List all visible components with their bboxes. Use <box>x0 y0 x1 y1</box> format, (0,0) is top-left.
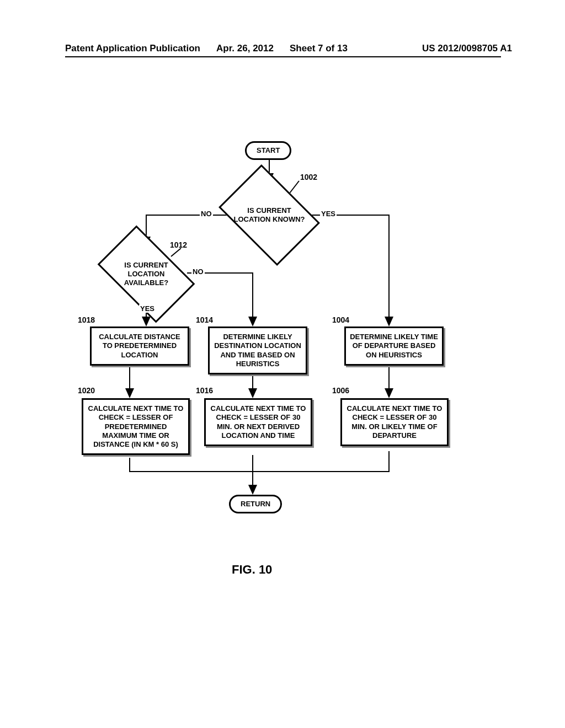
start-label: START <box>257 146 280 154</box>
edge-no-1002: NO <box>200 210 213 218</box>
process-1018-text: CALCULATE DISTANCE TO PREDETERMINED LOCA… <box>99 333 180 359</box>
decision-1012: IS CURRENT LOCATION AVAILABLE? <box>105 247 188 302</box>
flowchart: START IS CURRENT LOCATION KNOWN? 1002 YE… <box>0 0 565 728</box>
process-1006: CALCULATE NEXT TIME TO CHECK = LESSER OF… <box>340 398 449 446</box>
ref-1016: 1016 <box>196 386 213 395</box>
edge-yes-1012: YES <box>139 304 156 313</box>
return-terminator: RETURN <box>229 495 282 513</box>
ref-1020: 1020 <box>78 386 95 395</box>
edge-yes-1002: YES <box>320 210 337 218</box>
start-terminator: START <box>245 141 291 160</box>
ref-1006: 1006 <box>332 386 349 395</box>
process-1004: DETERMINE LIKELY TIME OF DEPARTURE BASED… <box>344 326 444 366</box>
process-1020: CALCULATE NEXT TIME TO CHECK = LESSER OF… <box>82 398 190 455</box>
process-1018: CALCULATE DISTANCE TO PREDETERMINED LOCA… <box>90 326 189 366</box>
ref-1004: 1004 <box>332 315 349 324</box>
ref-1012: 1012 <box>170 240 187 249</box>
process-1016: CALCULATE NEXT TIME TO CHECK = LESSER OF… <box>204 398 312 446</box>
process-1020-text: CALCULATE NEXT TIME TO CHECK = LESSER OF… <box>88 404 184 448</box>
ref-1014: 1014 <box>196 315 213 324</box>
ref-1002: 1002 <box>300 173 317 181</box>
edge-no-1012: NO <box>191 267 205 276</box>
ref-1018: 1018 <box>78 315 95 324</box>
process-1016-text: CALCULATE NEXT TIME TO CHECK = LESSER OF… <box>211 404 306 440</box>
figure-label: FIG. 10 <box>232 563 272 577</box>
decision-1002: IS CURRENT LOCATION KNOWN? <box>228 185 311 245</box>
decision-1002-text: IS CURRENT LOCATION KNOWN? <box>231 206 307 224</box>
process-1004-text: DETERMINE LIKELY TIME OF DEPARTURE BASED… <box>350 333 438 359</box>
process-1014-text: DETERMINE LIKELY DESTINATION LOCATION AN… <box>214 333 301 368</box>
process-1014: DETERMINE LIKELY DESTINATION LOCATION AN… <box>208 326 307 374</box>
decision-1012-text: IS CURRENT LOCATION AVAILABLE? <box>108 261 184 288</box>
process-1006-text: CALCULATE NEXT TIME TO CHECK = LESSER OF… <box>347 404 443 440</box>
return-label: RETURN <box>241 500 270 508</box>
